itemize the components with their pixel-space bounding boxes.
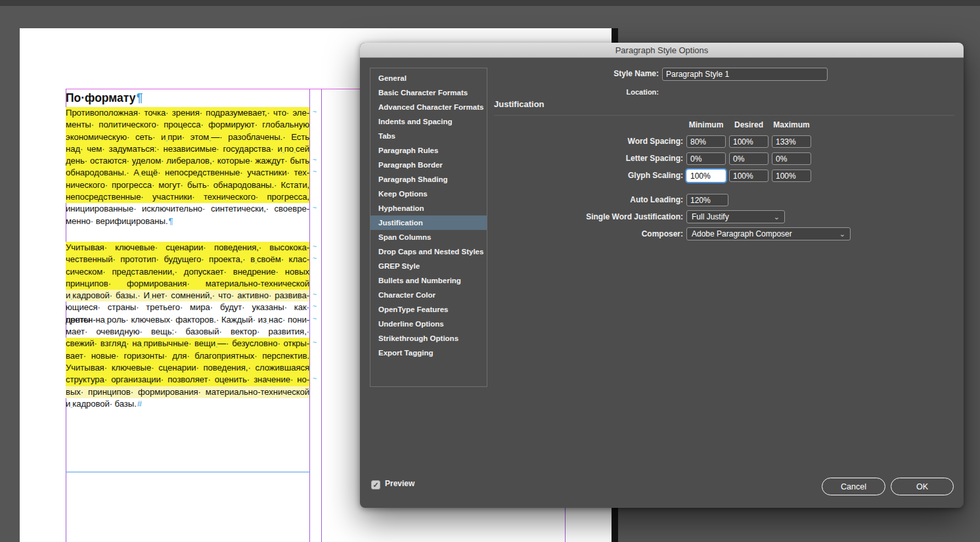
column-guide-right bbox=[309, 89, 310, 542]
sidebar-item-keep-options[interactable]: Keep Options bbox=[370, 187, 487, 201]
letter-spacing-minimum-input[interactable] bbox=[686, 152, 726, 165]
nonbreaking-space-mark: ‸ bbox=[105, 317, 107, 324]
preview-checkbox[interactable]: ✓ bbox=[371, 480, 380, 489]
text-line: нического· прогресса· могут· быть· обнар… bbox=[66, 179, 309, 191]
sidebar-item-justification[interactable]: Justification bbox=[370, 215, 487, 230]
text-frame[interactable]: По·формату¶ Противоположная· точка· зрен… bbox=[66, 89, 309, 410]
column2-guide-left bbox=[321, 89, 322, 542]
cancel-button[interactable]: Cancel bbox=[822, 478, 885, 495]
nonbreaking-space-mark: ‸ bbox=[150, 293, 152, 300]
menubar-strip bbox=[0, 0, 980, 6]
sidebar-item-paragraph-rules[interactable]: Paragraph Rules bbox=[370, 143, 487, 158]
dialog-title: Paragraph Style Options bbox=[615, 45, 709, 55]
nonbreaking-space-mark: ‸ bbox=[142, 341, 144, 348]
hyphen-break-mark: ~ bbox=[313, 202, 317, 214]
sidebar-item-hyphenation[interactable]: Hyphenation bbox=[370, 201, 487, 215]
sidebar-item-tabs[interactable]: Tabs bbox=[370, 129, 487, 143]
auto-leading-input[interactable] bbox=[686, 194, 728, 206]
column-header-minimum: Minimum bbox=[686, 120, 726, 129]
nonbreaking-space-mark: ‸ bbox=[267, 317, 269, 324]
hyphen-break-mark: ~ bbox=[313, 373, 317, 384]
composer-value: Adobe Paragraph Composer bbox=[692, 229, 792, 238]
text-line: обнародованы.· А‸ещё· непосредственные· … bbox=[66, 167, 309, 179]
paragraph-style-options-dialog: Paragraph Style Options GeneralBasic Cha… bbox=[360, 43, 964, 508]
nonbreaking-space-mark: ‸ bbox=[209, 135, 211, 141]
sidebar-item-export-tagging[interactable]: Export Tagging bbox=[370, 346, 487, 360]
preview-label: Preview bbox=[385, 479, 414, 488]
sidebar-item-span-columns[interactable]: Span Columns bbox=[370, 230, 487, 244]
word-spacing-minimum-input[interactable] bbox=[686, 135, 726, 148]
letter-spacing-label: Letter Spacing: bbox=[494, 152, 683, 165]
sidebar-item-underline-options[interactable]: Underline Options bbox=[370, 317, 487, 331]
sidebar-item-indents-and-spacing[interactable]: Indents and Spacing bbox=[370, 114, 487, 129]
chevron-down-icon: ⌄ bbox=[839, 230, 845, 238]
text-line: инициированные· исключительно· синтетиче… bbox=[66, 203, 309, 215]
word-spacing-label: Word Spacing: bbox=[494, 135, 683, 148]
hyphen-break-mark: ~ bbox=[313, 288, 317, 300]
sidebar-item-general[interactable]: General bbox=[370, 71, 487, 85]
word-spacing-maximum-input[interactable] bbox=[772, 135, 811, 148]
sidebar-item-strikethrough-options[interactable]: Strikethrough Options bbox=[370, 331, 487, 346]
hyphen-break-mark: ~ bbox=[313, 300, 317, 312]
sidebar-item-character-color[interactable]: Character Color bbox=[370, 288, 487, 302]
text-line: день· остаются· уделом· либералов,· кото… bbox=[66, 155, 309, 167]
sidebar-item-basic-character-formats[interactable]: Basic Character Formats bbox=[370, 85, 487, 100]
sidebar-item-bullets-and-numbering[interactable]: Bullets and Numbering bbox=[370, 273, 487, 288]
glyph-scaling-desired-input[interactable] bbox=[729, 169, 768, 182]
pilcrow-mark: ¶ bbox=[168, 216, 173, 226]
single-word-justification-dropdown[interactable]: Full Justify ⌄ bbox=[686, 210, 785, 223]
nonbreaking-space-mark: ‸ bbox=[70, 293, 72, 300]
sidebar-item-drop-caps-and-nested-styles[interactable]: Drop Caps and Nested Styles bbox=[370, 244, 487, 259]
nonbreaking-space-mark: ‸ bbox=[70, 401, 72, 408]
text-line: менты· политического· процесса· формирую… bbox=[66, 119, 309, 131]
text-line: Учитывая· ключевые· сценарии· поведения,… bbox=[66, 362, 309, 374]
sidebar-item-paragraph-shading[interactable]: Paragraph Shading bbox=[370, 172, 487, 187]
word-spacing-row: Word Spacing: bbox=[494, 135, 822, 148]
section-title: Justification bbox=[494, 99, 545, 109]
composer-label: Composer: bbox=[494, 228, 683, 240]
composer-dropdown[interactable]: Adobe Paragraph Composer ⌄ bbox=[686, 227, 851, 240]
nonbreaking-space-mark: ‸ bbox=[255, 257, 257, 263]
sidebar-item-grep-style[interactable]: GREP Style bbox=[370, 259, 487, 273]
text-line: структура· организации· позволяет· оцени… bbox=[66, 374, 309, 386]
dialog-titlebar[interactable]: Paragraph Style Options bbox=[360, 43, 964, 58]
glyph-scaling-minimum-input[interactable] bbox=[686, 169, 726, 182]
text-line: вает· новые· горизонты· для· благоприятн… bbox=[66, 350, 309, 362]
glyph-scaling-row: Glyph Scaling: bbox=[494, 169, 822, 182]
style-name-input[interactable] bbox=[662, 68, 828, 81]
text-line: и‸кадровой· базы.· И‸нет· сомнений,· что… bbox=[66, 290, 309, 302]
nonbreaking-space-mark: ‸ bbox=[215, 341, 217, 348]
style-name-label: Style Name: bbox=[557, 68, 659, 80]
sidebar-item-advanced-character-formats[interactable]: Advanced Character Formats bbox=[370, 100, 487, 114]
chevron-down-icon: ⌄ bbox=[774, 213, 780, 221]
hyphen-break-mark: ~ bbox=[313, 252, 317, 264]
pilcrow-mark: ¶ bbox=[137, 91, 143, 104]
sidebar-item-paragraph-border[interactable]: Paragraph Border bbox=[370, 158, 487, 172]
text-line: вых· принципов· формирования· материальн… bbox=[66, 386, 309, 398]
text-line: менно· верифицированы.¶ bbox=[66, 215, 309, 227]
settings-category-list: GeneralBasic Character FormatsAdvanced C… bbox=[370, 68, 487, 387]
word-spacing-desired-input[interactable] bbox=[729, 135, 768, 148]
hyphen-break-mark: ~ bbox=[313, 154, 317, 166]
text-line: непосредственные· участники· техническог… bbox=[66, 191, 309, 203]
ok-button[interactable]: OK bbox=[891, 478, 954, 495]
column-header-maximum: Maximum bbox=[772, 120, 811, 129]
text-frame-bottom-edge bbox=[66, 472, 310, 472]
text-line: экономическую· сеть· и‸при· этом‸—· разо… bbox=[66, 131, 309, 143]
section-separator bbox=[494, 115, 954, 116]
location-label: Location: bbox=[593, 86, 659, 99]
nonbreaking-space-mark: ‸ bbox=[166, 135, 167, 141]
nonbreaking-space-mark: ‸ bbox=[139, 170, 141, 177]
paragraph-1: Учитывая· ключевые· сценарии· поведения,… bbox=[66, 242, 309, 410]
letter-spacing-desired-input[interactable] bbox=[729, 152, 768, 165]
document-heading: По·формату¶ bbox=[66, 89, 309, 107]
column-header-desired: Desired bbox=[729, 120, 768, 129]
letter-spacing-maximum-input[interactable] bbox=[772, 152, 811, 165]
sidebar-item-opentype-features[interactable]: OpenType Features bbox=[370, 302, 487, 317]
text-line: Противоположная· точка· зрения· подразум… bbox=[66, 107, 309, 119]
text-line: принципов· формирования· материально-тех… bbox=[66, 278, 309, 290]
glyph-scaling-maximum-input[interactable] bbox=[772, 169, 811, 182]
hyphen-break-mark: ~ bbox=[313, 166, 317, 177]
text-line: Учитывая· ключевые· сценарии· поведения,… bbox=[66, 242, 309, 254]
single-word-justification-label: Single Word Justification: bbox=[494, 211, 683, 223]
